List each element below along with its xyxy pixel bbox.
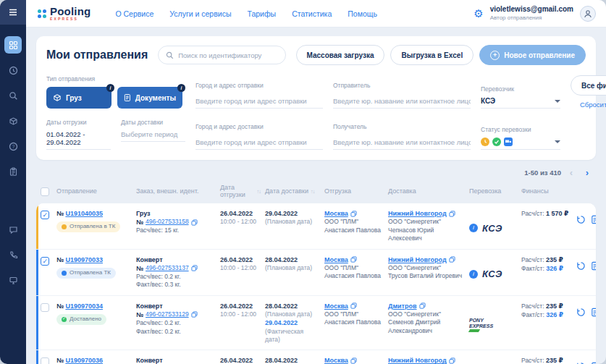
avatar[interactable] — [580, 6, 596, 22]
excel-export-button[interactable]: Выгрузка в Excel — [390, 45, 474, 65]
sidebar-item-phone[interactable] — [4, 246, 22, 263]
pagination-prev-icon[interactable] — [565, 166, 577, 178]
sidebar-item-documents[interactable] — [4, 163, 22, 180]
settings-gear-icon[interactable] — [474, 8, 483, 19]
info-icon[interactable] — [106, 84, 114, 92]
sidebar-item-help[interactable]: ? — [4, 137, 22, 155]
status-dot-icon — [62, 224, 67, 229]
table-row[interactable]: № U190970034 Доставлено Конверт № 496-02… — [36, 296, 596, 351]
nav-about[interactable]: О Сервисе — [115, 9, 153, 18]
destination-input[interactable] — [195, 138, 323, 150]
row-checkbox[interactable] — [41, 257, 49, 266]
document-icon[interactable] — [590, 261, 596, 289]
search-input[interactable] — [178, 51, 277, 59]
copy-icon[interactable] — [449, 357, 455, 364]
filter-label: Тип отправления — [46, 75, 185, 82]
order-number-link[interactable]: 496-027533137 — [146, 264, 189, 272]
copy-icon[interactable] — [350, 211, 357, 217]
origin-city-link[interactable]: Москва — [324, 302, 348, 310]
copy-icon[interactable] — [191, 265, 198, 271]
sort-icon[interactable] — [311, 188, 315, 195]
sort-icon[interactable] — [257, 188, 261, 195]
nav-tariffs[interactable]: Тарифы — [247, 9, 276, 18]
reset-filters-link[interactable]: Сбросить фильтры — [580, 101, 606, 109]
copy-icon[interactable] — [191, 311, 198, 318]
status-badge: Отправлена в ТК — [56, 221, 120, 232]
document-icon[interactable] — [590, 215, 596, 243]
brand-name: Pooling — [50, 6, 91, 17]
shipment-id-link[interactable]: U190970036 — [65, 357, 103, 364]
receiver-input[interactable] — [333, 138, 471, 150]
col-delivery-date: Дата доставки — [265, 184, 324, 198]
copy-icon[interactable] — [419, 302, 426, 309]
destination-city-link[interactable]: Нижний Новгород — [388, 356, 447, 364]
table-row[interactable]: № U190970036 Отправлена ТК Конверт № 496… — [36, 350, 596, 364]
info-icon[interactable] — [177, 84, 185, 92]
sidebar-item-support[interactable] — [4, 271, 22, 289]
hamburger-menu-icon[interactable] — [0, 0, 26, 25]
destination-city-link[interactable]: Нижний Новгород — [388, 209, 447, 218]
sidebar-item-chat[interactable] — [4, 221, 22, 238]
order-number-link[interactable]: 496-027533129 — [146, 310, 189, 318]
sender-input[interactable] — [333, 97, 471, 109]
nav-help[interactable]: Помощь — [348, 9, 377, 18]
nav-services[interactable]: Услуги и сервисы — [169, 9, 231, 18]
brand-logo[interactable]: Pooling EXPRESS — [38, 6, 91, 21]
table-row[interactable]: № U191040035 Отправлена в ТК Груз № 496-… — [36, 203, 596, 250]
carrier-info-icon[interactable] — [469, 270, 478, 279]
origin-input[interactable] — [195, 97, 323, 109]
ship-dates-value[interactable]: 01.04.2022 - 29.04.2022 — [46, 130, 111, 150]
shipment-id-link[interactable]: U191040035 — [65, 210, 103, 217]
shipment-id-link[interactable]: U190970033 — [65, 256, 103, 263]
origin-city-link[interactable]: Москва — [324, 255, 348, 264]
copy-icon[interactable] — [449, 256, 455, 263]
col-destination: Доставка — [388, 184, 469, 198]
row-checkbox[interactable] — [41, 303, 49, 312]
status-badge: Отправлена ТК — [56, 268, 116, 279]
sidebar-item-shipments[interactable] — [4, 36, 22, 54]
bulk-upload-button[interactable]: Массовая загрузка — [296, 45, 385, 65]
search-icon — [166, 51, 174, 59]
origin-city-link[interactable]: Москва — [324, 356, 348, 364]
logo-dots-icon — [38, 9, 46, 18]
copy-icon[interactable] — [449, 211, 455, 217]
tracking-icon[interactable] — [576, 308, 586, 344]
table-header: Отправление Заказ, внешн. идент. Дата от… — [36, 181, 596, 203]
copy-icon[interactable] — [350, 256, 357, 263]
select-all-checkbox[interactable] — [41, 187, 49, 196]
user-info[interactable]: violetlewiss@gmail.com Автор отправления — [490, 5, 573, 22]
type-documents-button[interactable]: Документы — [117, 87, 182, 109]
destination-city-link[interactable]: Дмитров — [388, 302, 417, 310]
status-select[interactable] — [481, 137, 560, 150]
row-checkbox[interactable] — [41, 211, 49, 219]
tracking-icon[interactable] — [576, 261, 586, 289]
nav-statistics[interactable]: Статистика — [292, 9, 332, 18]
copy-icon[interactable] — [350, 302, 357, 309]
all-filters-button[interactable]: Все фильтры — [571, 75, 606, 96]
document-icon[interactable] — [590, 308, 596, 344]
search-box[interactable] — [158, 46, 285, 64]
sidebar-item-status[interactable] — [4, 62, 22, 79]
destination-city-link[interactable]: Нижний Новгород — [388, 255, 447, 264]
row-checkbox[interactable] — [41, 357, 49, 364]
order-number-link[interactable]: 496-027533158 — [146, 218, 189, 226]
col-origin: Отгрузка — [324, 184, 388, 198]
status-dot-icon — [62, 271, 67, 276]
copy-icon[interactable] — [350, 357, 357, 364]
delivery-dates-value[interactable]: Выберите период — [121, 130, 185, 142]
row-accent — [36, 250, 38, 295]
type-cargo-button[interactable]: Груз — [46, 87, 111, 109]
new-shipment-button[interactable]: Новое отправление — [479, 45, 586, 65]
carrier-select[interactable]: КСЭ — [481, 97, 560, 109]
col-finance: Финансы — [521, 184, 576, 198]
copy-icon[interactable] — [191, 219, 198, 226]
sidebar-item-search[interactable] — [4, 87, 22, 104]
pagination-next-icon[interactable] — [581, 166, 593, 178]
carrier-info-icon[interactable] — [469, 224, 478, 232]
shipments-table: № U191040035 Отправлена в ТК Груз № 496-… — [36, 203, 596, 364]
origin-city-link[interactable]: Москва — [324, 209, 348, 218]
shipment-id-link[interactable]: U190970034 — [65, 302, 103, 310]
tracking-icon[interactable] — [576, 215, 586, 243]
sidebar-item-cargo[interactable] — [4, 112, 22, 130]
table-row[interactable]: № U190970033 Отправлена ТК Конверт № 496… — [36, 250, 596, 296]
